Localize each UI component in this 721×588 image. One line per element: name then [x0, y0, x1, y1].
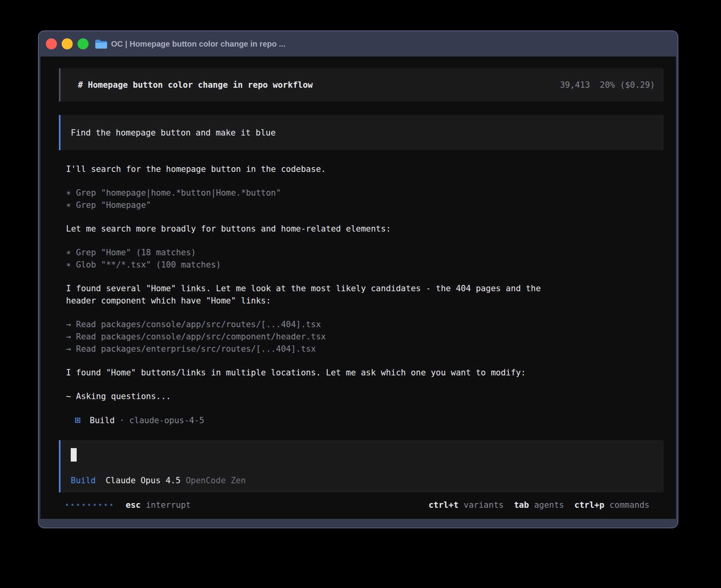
activity-dot [110, 504, 112, 506]
context-percent: 20% [600, 80, 615, 90]
shortcut-variants[interactable]: ctrl+tvariants [428, 500, 504, 510]
status-bar-left: esc interrupt [66, 500, 191, 510]
terminal-window: OC | Homepage button color change in rep… [38, 30, 678, 528]
shortcut-agents[interactable]: tabagents [514, 500, 564, 510]
tool-call-line: ∗ Grep "Home" (18 matches) [66, 247, 664, 259]
token-count: 39,413 [560, 80, 590, 90]
activity-dot [94, 504, 96, 506]
terminal-content: # Homepage button color change in repo w… [40, 57, 676, 519]
shortcut-label: variants [464, 500, 504, 510]
assistant-text-line: Let me search more broadly for buttons a… [66, 223, 664, 235]
agent-name: Build [90, 416, 115, 425]
tool-call-group: ∗ Grep "Home" (18 matches)∗ Glob "**/*.t… [66, 247, 664, 271]
status-bar: esc interrupt ctrl+tvariantstabagentsctr… [59, 499, 664, 511]
assistant-text: Let me search more broadly for buttons a… [66, 223, 664, 235]
tool-call-line: ∗ Grep "Homepage" [66, 199, 664, 211]
assistant-text: I found "Home" buttons/links in multiple… [66, 367, 664, 379]
activity-dot [66, 504, 68, 506]
assistant-text: I found several "Home" links. Let me loo… [66, 283, 664, 307]
window-title: OC | Homepage button color change in rep… [111, 40, 285, 49]
text-cursor [71, 448, 77, 462]
close-button[interactable] [46, 38, 57, 49]
tool-call-line: ∗ Grep "homepage|home.*button|Home.*butt… [66, 187, 664, 199]
esc-key-label: interrupt [146, 500, 191, 510]
separator-dot: · [119, 416, 125, 425]
activity-dot [105, 504, 107, 506]
prompt-input[interactable]: BuildClaude Opus 4.5OpenCode Zen [59, 440, 664, 492]
prompt-provider: OpenCode Zen [186, 476, 246, 485]
shortcut-commands[interactable]: ctrl+pcommands [574, 500, 649, 510]
esc-key-hint[interactable]: esc [126, 500, 141, 510]
prompt-model[interactable]: Claude Opus 4.5 [106, 476, 181, 485]
assistant-text: ~ Asking questions... [66, 390, 664, 403]
shortcut-key: ctrl+p [574, 500, 604, 510]
activity-dot [99, 504, 101, 506]
session-cost: ($0.29) [620, 80, 655, 90]
shortcut-label: commands [610, 500, 649, 510]
activity-dot [72, 504, 74, 506]
shortcut-key: ctrl+t [428, 500, 459, 510]
session-title: # Homepage button color change in repo w… [78, 80, 313, 90]
activity-dot [77, 504, 79, 506]
window-controls [46, 38, 89, 49]
activity-dot [88, 504, 90, 506]
assistant-text: I'll search for the homepage button in t… [66, 163, 664, 175]
assistant-transcript: I'll search for the homepage button in t… [59, 163, 664, 403]
prompt-mode[interactable]: Build [71, 476, 96, 485]
session-stats: 39,41320%($0.29) [560, 80, 655, 90]
prompt-meta: BuildClaude Opus 4.5OpenCode Zen [71, 476, 655, 485]
titlebar: OC | Homepage button color change in rep… [39, 31, 678, 57]
session-header: # Homepage button color change in repo w… [59, 68, 664, 102]
assistant-text-line: I found several "Home" links. Let me loo… [66, 283, 664, 295]
shortcut-label: agents [534, 500, 564, 510]
tool-call-line: → Read packages/enterprise/src/routes/[.… [66, 343, 664, 355]
tool-call-group: → Read packages/console/app/src/routes/[… [66, 318, 664, 355]
minimize-button[interactable] [62, 38, 73, 49]
assistant-text-line: I found "Home" buttons/links in multiple… [66, 367, 664, 379]
user-message: Find the homepage button and make it blu… [59, 115, 664, 150]
tool-call-line: → Read packages/console/app/src/routes/[… [66, 318, 664, 331]
shortcut-key: tab [514, 500, 529, 510]
agent-model: claude-opus-4-5 [129, 416, 204, 425]
fullscreen-button[interactable] [77, 38, 89, 49]
agent-status-line: Build · claude-opus-4-5 [75, 414, 664, 426]
activity-spinner-dots [66, 504, 112, 506]
tool-call-line: ∗ Glob "**/*.tsx" (100 matches) [66, 259, 664, 271]
status-bar-shortcuts: ctrl+tvariantstabagentsctrl+pcommands [418, 500, 649, 510]
tool-call-line: → Read packages/console/app/src/componen… [66, 331, 664, 343]
tool-call-group: ∗ Grep "homepage|home.*button|Home.*butt… [66, 187, 664, 211]
user-message-text: Find the homepage button and make it blu… [71, 128, 276, 138]
assistant-text-line: ~ Asking questions... [66, 390, 664, 403]
folder-icon [95, 39, 107, 49]
activity-dot [83, 504, 85, 506]
assistant-text-line: I'll search for the homepage button in t… [66, 163, 664, 175]
assistant-text-line: header component which have "Home" links… [66, 295, 664, 307]
build-agent-icon [75, 418, 80, 423]
